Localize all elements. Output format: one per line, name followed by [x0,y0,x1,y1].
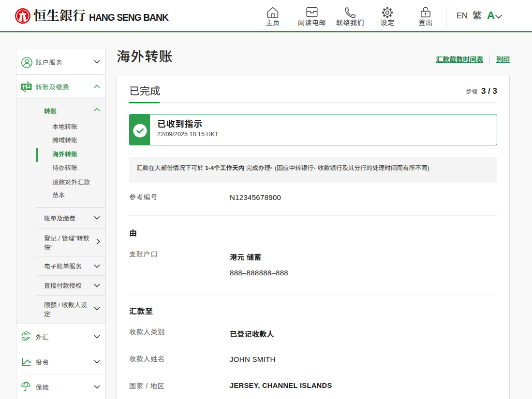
svg-text:FX: FX [24,332,29,336]
